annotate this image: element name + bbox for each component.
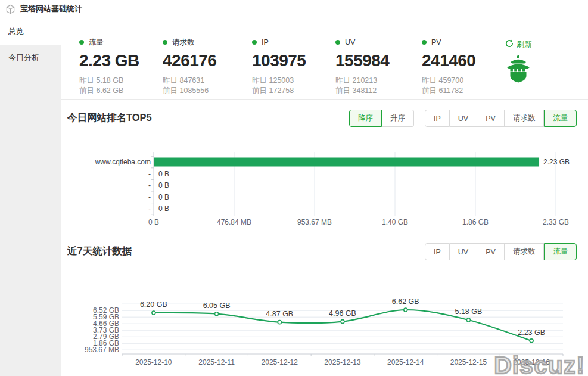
stats-divider (61, 99, 588, 100)
sort-1-button[interactable]: 降序 (349, 110, 382, 127)
top5-metric-1-button[interactable]: IP (425, 110, 450, 127)
app-window: 宝塔网站基础统计 总览 今日分析 流量2.23 GB昨日 5.18 GB前日 6… (0, 0, 588, 376)
line-data-point (152, 311, 155, 315)
stat-value: 155984 (335, 51, 419, 70)
stat-card-head: 请求数 (163, 37, 246, 48)
bar-x-tick-label: 953.67 MB (297, 218, 332, 226)
bar-x-tick-label: 1.86 GB (462, 218, 489, 226)
app-header: 宝塔网站基础统计 (0, 0, 588, 18)
refresh-button[interactable]: 刷新 (505, 39, 532, 50)
line-x-tick-label: 2025-12-11 (198, 358, 235, 366)
cube-icon (5, 4, 15, 14)
bar-mark (154, 158, 539, 167)
sidebar-item-overview[interactable]: 总览 (0, 18, 61, 45)
stat-card-head: UV (335, 37, 419, 48)
refresh-label: 刷新 (517, 39, 532, 50)
stat-value: 103975 (252, 51, 335, 70)
top5-metric-5-button[interactable]: 流量 (544, 110, 577, 127)
stat-yesterday: 昨日 210213 (335, 76, 419, 86)
line-point-label: 2.23 GB (518, 328, 545, 337)
stat-yesterday: 昨日 459700 (422, 76, 505, 86)
baota-pagoda-logo (504, 55, 533, 85)
stat-card-3: UV155984昨日 210213前日 348112 (335, 37, 419, 96)
stat-value: 2.23 GB (79, 51, 163, 70)
top5-metric-button-group: IPUVPV请求数流量 (425, 110, 577, 127)
bar-category-label: - (148, 181, 151, 189)
stat-card-head: 流量 (79, 37, 163, 48)
refresh-icon (505, 39, 514, 50)
metric-dot-icon (79, 40, 84, 45)
bar-value-label: 0 B (158, 204, 169, 213)
sidebar-item-today-analysis[interactable]: 今日分析 (0, 45, 61, 71)
sort-button-group: 降序升序 (349, 110, 414, 127)
week-metric-3-button[interactable]: PV (477, 243, 505, 260)
line-x-tick-label: 2025-12-12 (262, 358, 298, 366)
bar-category-label: - (148, 193, 151, 201)
stat-day-before: 前日 6.62 GB (79, 86, 163, 96)
line-point-label: 6.20 GB (140, 300, 167, 309)
bar-category-label: - (148, 170, 151, 178)
bar-x-tick-label: 0 B (148, 218, 159, 226)
line-x-tick-label: 2025-12-14 (387, 358, 424, 366)
stat-yesterday: 昨日 5.18 GB (79, 76, 163, 86)
stat-yesterday: 昨日 847631 (163, 76, 246, 86)
stat-value: 241460 (422, 51, 505, 70)
line-x-tick-label: 2025-12-13 (324, 358, 361, 366)
metric-dot-icon (422, 40, 427, 45)
stat-card-1: 请求数426176昨日 847631前日 1085556 (163, 37, 246, 96)
stat-day-before: 前日 611782 (422, 86, 505, 96)
top5-metric-4-button[interactable]: 请求数 (505, 110, 545, 127)
line-y-tick-label: 953.67 MB (85, 346, 119, 354)
stat-label: 请求数 (172, 38, 195, 48)
page-title: 宝塔网站基础统计 (20, 4, 82, 14)
line-y-tick-label: 5.59 GB (93, 313, 119, 321)
metric-dot-icon (335, 40, 340, 45)
line-point-label: 6.62 GB (392, 297, 419, 306)
bar-value-label: 0 B (158, 170, 169, 178)
stat-card-2: IP103975昨日 125003前日 172758 (252, 37, 335, 96)
line-point-label: 4.96 GB (329, 309, 356, 318)
bar-value-label: 2.23 GB (543, 158, 570, 166)
metric-dot-icon (163, 40, 167, 45)
bar-category-label: - (148, 204, 151, 213)
line-y-tick-label: 2.79 GB (93, 333, 119, 341)
line-point-label: 6.05 GB (203, 302, 231, 310)
line-x-tick-label: 2025-12-15 (450, 358, 487, 366)
week-metric-2-button[interactable]: UV (450, 243, 477, 260)
top5-metric-2-button[interactable]: UV (450, 110, 477, 127)
stat-card-0: 流量2.23 GB昨日 5.18 GB前日 6.62 GB (79, 37, 163, 96)
discuz-watermark: Discuz! (494, 352, 585, 376)
line-y-tick-label: 4.66 GB (93, 319, 119, 328)
week-metric-4-button[interactable]: 请求数 (505, 243, 545, 260)
stat-card-head: IP (252, 37, 335, 48)
bar-x-tick-label: 476.84 MB (217, 218, 251, 226)
line-point-label: 5.18 GB (455, 307, 482, 316)
line-data-point (215, 312, 219, 316)
week-metric-5-button[interactable]: 流量 (544, 243, 577, 260)
stat-label: IP (262, 38, 269, 46)
bar-x-tick-label: 2.33 GB (543, 218, 569, 226)
stat-yesterday: 昨日 125003 (252, 76, 335, 86)
stat-card-head: PV (422, 37, 505, 48)
section-divider (61, 238, 588, 238)
week-metric-1-button[interactable]: IP (425, 243, 450, 260)
stat-day-before: 前日 1085556 (163, 86, 246, 96)
stat-value: 426176 (163, 51, 246, 70)
metric-dot-icon (252, 40, 257, 45)
stat-day-before: 前日 348112 (335, 86, 419, 96)
stat-label: UV (345, 38, 355, 46)
stat-day-before: 前日 172758 (252, 86, 335, 96)
line-y-tick-label: 3.73 GB (93, 326, 119, 334)
bar-value-label: 0 B (158, 181, 169, 189)
stat-label: 流量 (89, 38, 104, 48)
line-data-point (278, 321, 281, 324)
line-data-point (466, 318, 470, 322)
sort-2-button[interactable]: 升序 (382, 110, 414, 127)
sidebar: 总览 今日分析 (0, 18, 61, 376)
top5-metric-3-button[interactable]: PV (477, 110, 505, 127)
week-metric-button-group: IPUVPV请求数流量 (425, 243, 577, 260)
line-x-tick-label: 2025-12-10 (135, 358, 172, 366)
bar-category-label: www.cqtieba.com (95, 158, 151, 166)
line-y-tick-label: 6.52 GB (93, 306, 119, 315)
stat-card-4: PV241460昨日 459700前日 611782 (422, 37, 505, 96)
